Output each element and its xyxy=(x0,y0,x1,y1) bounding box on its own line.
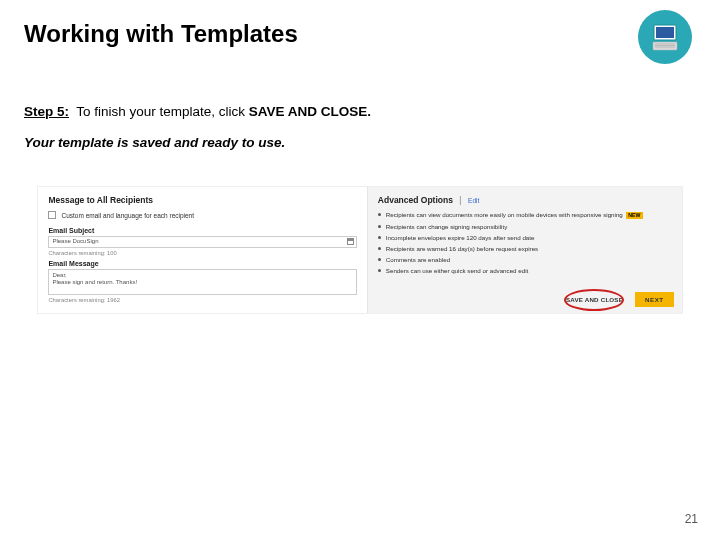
svg-rect-2 xyxy=(653,42,677,50)
save-and-close-button[interactable]: SAVE AND CLOSE xyxy=(562,293,627,306)
step-line: Step 5: To finish your template, click S… xyxy=(24,104,696,119)
advanced-options-panel: Advanced Options | Edit Recipients can v… xyxy=(368,187,682,313)
list-item: Senders can use either quick send or adv… xyxy=(378,267,672,274)
list-item: Recipients can change signing responsibi… xyxy=(378,223,672,230)
message-textarea[interactable]: Dear, Please sign and return. Thanks! xyxy=(48,269,356,295)
subject-input[interactable]: Please DocuSign xyxy=(48,236,356,248)
page-title: Working with Templates xyxy=(24,20,696,48)
computer-icon xyxy=(638,10,692,64)
message-heading: Message to All Recipients xyxy=(48,195,356,205)
advanced-options-heading: Advanced Options | Edit xyxy=(378,195,672,205)
message-label: Email Message xyxy=(48,260,356,267)
next-button[interactable]: NEXT xyxy=(635,292,674,307)
app-screenshot: Message to All Recipients Custom email a… xyxy=(37,186,682,314)
svg-rect-1 xyxy=(656,27,674,38)
message-panel: Message to All Recipients Custom email a… xyxy=(38,187,367,313)
new-badge: NEW xyxy=(626,212,643,219)
edit-link[interactable]: Edit xyxy=(468,197,479,204)
message-remaining: Characters remaining: 1962 xyxy=(48,297,356,303)
subject-label: Email Subject xyxy=(48,227,356,234)
list-item: Recipients are warned 16 day(s) before r… xyxy=(378,245,672,252)
confirm-text: Your template is saved and ready to use. xyxy=(24,135,696,150)
calendar-icon xyxy=(347,238,354,245)
list-item: Incomplete envelopes expire 120 days aft… xyxy=(378,234,672,241)
custom-email-label: Custom email and language for each recip… xyxy=(61,212,194,219)
options-list: Recipients can view documents more easil… xyxy=(378,211,672,274)
list-item: Comments are enabled xyxy=(378,256,672,263)
list-item: Recipients can view documents more easil… xyxy=(378,211,672,219)
page-number: 21 xyxy=(685,512,698,526)
subject-remaining: Characters remaining: 100 xyxy=(48,250,356,256)
custom-email-checkbox[interactable] xyxy=(48,211,56,219)
